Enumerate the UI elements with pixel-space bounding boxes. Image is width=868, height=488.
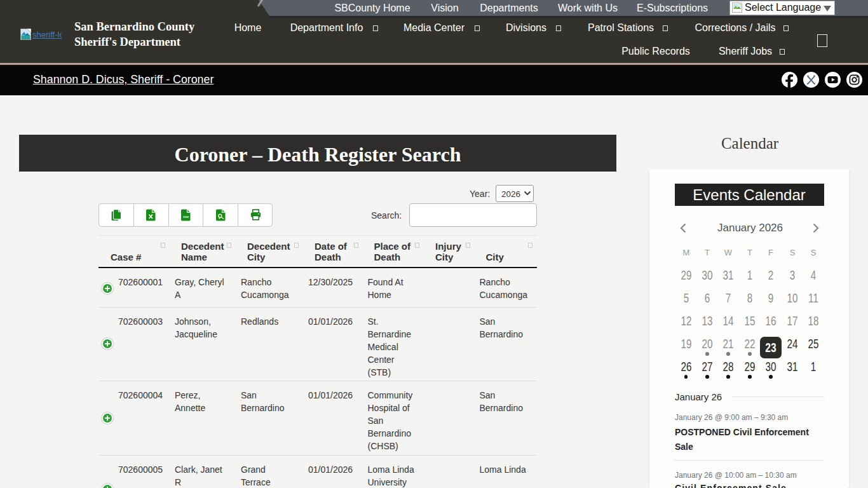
svg-text:csv: csv	[183, 215, 189, 219]
